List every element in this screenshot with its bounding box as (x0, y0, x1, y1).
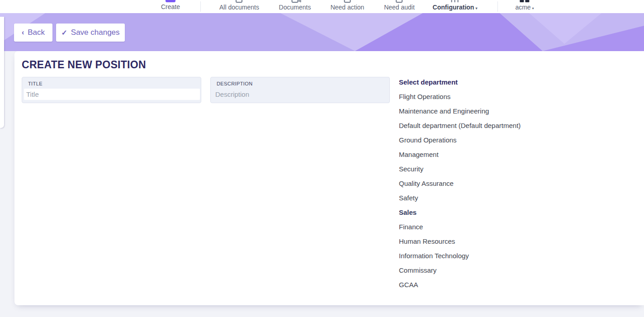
nav-item-need-audit[interactable]: Need audit (384, 0, 415, 11)
chevron-down-icon: ▾ (532, 6, 534, 10)
department-item[interactable]: Human Resources (399, 234, 589, 249)
nav-item-label: acme▾ (515, 4, 534, 12)
sliders-icon (451, 0, 459, 2)
department-item[interactable]: Safety (399, 191, 589, 205)
nav-item-label: Create (161, 3, 180, 10)
nav-item-label: All documents (219, 4, 259, 11)
back-button[interactable]: ‹ Back (14, 24, 52, 42)
department-item[interactable]: Maintenance and Engineering (399, 104, 589, 118)
department-item[interactable]: Finance (399, 220, 589, 234)
department-item[interactable]: Commissary (399, 263, 589, 278)
department-list-header: Select department (399, 75, 589, 90)
description-field: DESCRIPTION (210, 77, 390, 103)
nav-divider (497, 1, 498, 12)
department-list: Select department Flight Operations Main… (399, 75, 589, 292)
nav-item-create[interactable]: Create (161, 0, 180, 10)
save-changes-button[interactable]: ✓ Save changes (56, 24, 125, 42)
nav-item-label: Need action (331, 4, 365, 11)
left-panel-edge (0, 17, 4, 128)
department-item[interactable]: Default department (Default department) (399, 118, 589, 133)
back-chevron-icon: ‹ (22, 28, 24, 37)
nav-item-label: Need audit (384, 4, 415, 11)
save-check-icon: ✓ (61, 28, 67, 37)
title-input[interactable] (24, 89, 200, 100)
description-input[interactable] (215, 89, 386, 99)
department-item[interactable]: Ground Operations (399, 133, 589, 147)
department-item[interactable]: Security (399, 162, 589, 176)
department-item[interactable]: Information Technology (399, 249, 589, 263)
page-title: CREATE NEW POSITION (22, 59, 146, 71)
company-logo-icon (520, 0, 530, 2)
create-icon (166, 0, 175, 2)
document-icon (344, 0, 351, 3)
department-item[interactable]: GCAA (399, 278, 589, 292)
department-item[interactable]: Management (399, 147, 589, 162)
screen: Create All documents Documents Need acti… (0, 0, 644, 317)
nav-item-label: Configuration▾ (433, 4, 478, 12)
department-item-selected[interactable]: Sales (399, 205, 589, 220)
title-field: TITLE (22, 77, 201, 103)
create-position-card: CREATE NEW POSITION TITLE DESCRIPTION Se… (14, 51, 644, 305)
nav-item-documents[interactable]: Documents (279, 0, 311, 11)
chevron-down-icon: ▾ (475, 6, 477, 10)
hero-banner: ‹ Back ✓ Save changes (0, 13, 644, 51)
description-field-label: DESCRIPTION (217, 81, 253, 86)
nav-item-all-documents[interactable]: All documents (219, 0, 259, 11)
department-item[interactable]: Quality Assurance (399, 176, 589, 191)
documents-stack-icon (292, 0, 298, 3)
nav-item-configuration[interactable]: Configuration▾ (433, 0, 478, 12)
document-icon (396, 0, 403, 3)
title-field-label: TITLE (28, 81, 43, 86)
back-button-label: Back (28, 28, 45, 37)
department-item[interactable]: Flight Operations (399, 90, 589, 104)
nav-item-label: Documents (279, 4, 311, 11)
top-navigation: Create All documents Documents Need acti… (0, 0, 644, 13)
nav-divider (200, 1, 201, 12)
nav-item-acme[interactable]: acme▾ (515, 0, 534, 12)
save-button-label: Save changes (71, 28, 120, 37)
document-icon (236, 0, 243, 3)
nav-item-need-action[interactable]: Need action (331, 0, 365, 11)
